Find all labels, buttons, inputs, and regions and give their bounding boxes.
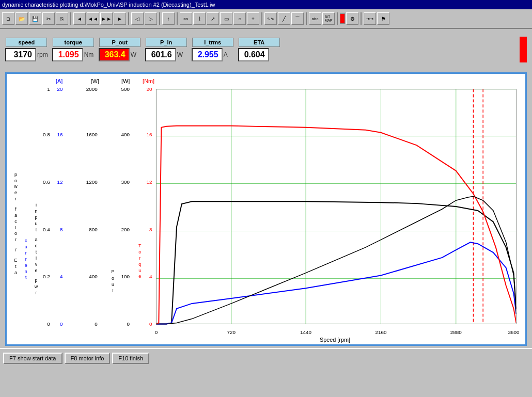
toolbar-arrow-btn[interactable]: ↗: [207, 12, 219, 25]
svg-text:16: 16: [147, 132, 152, 137]
metric-eta-row: 0.604: [238, 48, 280, 61]
svg-text:0: 0: [47, 321, 50, 327]
toolbar-sep1: [70, 12, 71, 25]
svg-text:c: c: [14, 219, 17, 224]
f8-motor-info-button[interactable]: F8 motor info: [65, 353, 111, 364]
toolbar-plus-btn[interactable]: +: [247, 12, 259, 25]
chart-area: [A] [W] [W] [Nm] p o w e r f a c t o r /…: [0, 70, 532, 348]
f10-finish-button[interactable]: F10 finish: [112, 353, 149, 364]
svg-text:8: 8: [149, 227, 152, 232]
toolbar-cut-btn[interactable]: ✂: [42, 12, 55, 25]
svg-text:0.8: 0.8: [43, 132, 50, 137]
toolbar-bar-btn[interactable]: ⌇: [193, 12, 206, 25]
svg-text:e: e: [14, 190, 17, 195]
toolbar-curve-btn[interactable]: ⌒: [291, 12, 304, 25]
svg-text:v: v: [35, 262, 38, 267]
svg-text:400: 400: [89, 274, 98, 279]
metric-pin: P_in 601.6 W: [145, 38, 187, 61]
svg-text:200: 200: [121, 227, 130, 232]
svg-text:1200: 1200: [86, 179, 98, 185]
toolbar-red-btn[interactable]: [340, 13, 345, 24]
toolbar-circle-btn[interactable]: ○: [233, 12, 246, 25]
svg-text:20: 20: [57, 86, 63, 92]
svg-text:[Nm]: [Nm]: [143, 78, 154, 84]
toolbar-prev2-btn[interactable]: ◄◄: [87, 12, 99, 25]
toolbar-sep2: [128, 12, 129, 25]
toolbar-up-btn[interactable]: ↑: [162, 12, 175, 25]
svg-text:u: u: [25, 244, 27, 249]
svg-text:e: e: [25, 263, 27, 268]
toolbar-box-btn[interactable]: ▭: [220, 12, 232, 25]
title-text: dynamic characteristic plotting d:\MokPo…: [2, 2, 215, 8]
metric-pin-value: 601.6: [145, 48, 176, 61]
toolbar-sep5: [261, 12, 262, 25]
toolbar-sep7: [337, 12, 338, 25]
svg-text:p: p: [35, 278, 38, 283]
chart-border: [A] [W] [W] [Nm] p o w e r f a c t o r /…: [5, 72, 527, 346]
metric-pout-label: P_out: [99, 38, 140, 47]
svg-text:[W]: [W]: [91, 78, 99, 84]
metric-pin-unit: W: [177, 51, 187, 58]
svg-text:100: 100: [121, 274, 130, 279]
svg-text:0: 0: [95, 321, 98, 327]
toolbar-flag-btn[interactable]: ⚑: [377, 12, 389, 25]
svg-text:o: o: [14, 178, 17, 183]
svg-text:w: w: [34, 284, 38, 289]
toolbar-settings-btn[interactable]: ⚙: [346, 12, 358, 25]
svg-text:1440: 1440: [300, 329, 311, 335]
toolbar-open-btn[interactable]: 📂: [15, 12, 28, 25]
toolbar-back-btn[interactable]: ◁: [131, 12, 144, 25]
toolbar-graph-btn[interactable]: ≈≈: [180, 12, 192, 25]
svg-text:e: e: [35, 268, 38, 273]
f7-show-start-data-button[interactable]: F7 show start data: [3, 353, 62, 364]
toolbar-bit-btn[interactable]: BITMAP: [322, 12, 335, 25]
svg-text:P: P: [111, 269, 114, 274]
svg-text:2000: 2000: [86, 86, 98, 92]
metric-speed-unit: rpm: [37, 51, 48, 58]
svg-text:T: T: [138, 243, 142, 248]
svg-text:[A]: [A]: [56, 78, 62, 84]
bottom-bar: F7 show start data F8 motor info F10 fin…: [0, 348, 532, 368]
svg-text:400: 400: [121, 132, 130, 137]
toolbar-sep4: [177, 12, 178, 25]
toolbar-export-btn[interactable]: ⇥⇥: [364, 12, 376, 25]
toolbar-sep8: [361, 12, 362, 25]
toolbar-abc-btn[interactable]: abc: [309, 12, 321, 25]
svg-text:r: r: [36, 290, 37, 295]
metric-itrms-value: 2.955: [192, 48, 223, 61]
toolbar-next2-btn[interactable]: ►►: [100, 12, 113, 25]
svg-text:r: r: [25, 250, 27, 256]
toolbar-save-btn[interactable]: 💾: [29, 12, 41, 25]
svg-text:1600: 1600: [86, 132, 98, 137]
metric-itrms-label: I_trms: [192, 38, 233, 47]
toolbar-prev-btn[interactable]: ◄: [73, 12, 86, 25]
svg-text:1: 1: [47, 86, 50, 92]
toolbar-copy-btn[interactable]: ⎘: [56, 12, 68, 25]
toolbar-new-btn[interactable]: 🗋: [2, 12, 14, 25]
svg-text:0.6: 0.6: [43, 179, 50, 185]
svg-rect-0: [8, 74, 524, 344]
svg-text:e: e: [138, 274, 141, 279]
toolbar-wave-btn[interactable]: ∿∿: [264, 12, 277, 25]
metric-speed: speed 3170 rpm: [5, 38, 48, 61]
svg-text:500: 500: [121, 86, 130, 92]
svg-text:c: c: [35, 243, 38, 248]
svg-text:p: p: [35, 215, 38, 220]
svg-text:0: 0: [127, 321, 130, 327]
toolbar-line-btn[interactable]: ╱: [278, 12, 290, 25]
toolbar-next-btn[interactable]: ►: [114, 12, 126, 25]
toolbar-fwd-btn[interactable]: ▷: [145, 12, 157, 25]
svg-text:12: 12: [57, 179, 63, 185]
svg-text:a: a: [35, 237, 38, 242]
svg-text:q: q: [138, 262, 141, 267]
svg-text:u: u: [112, 282, 114, 287]
svg-text:800: 800: [89, 227, 98, 232]
svg-text:i: i: [36, 202, 37, 208]
svg-text:p: p: [14, 172, 17, 177]
svg-text:r: r: [15, 196, 17, 201]
metric-itrms: I_trms 2.955 A: [192, 38, 234, 61]
metric-itrms-row: 2.955 A: [192, 48, 234, 61]
toolbar-sep6: [306, 12, 307, 25]
right-indicator: [520, 37, 527, 62]
svg-text:Speed [rpm]: Speed [rpm]: [320, 337, 350, 343]
